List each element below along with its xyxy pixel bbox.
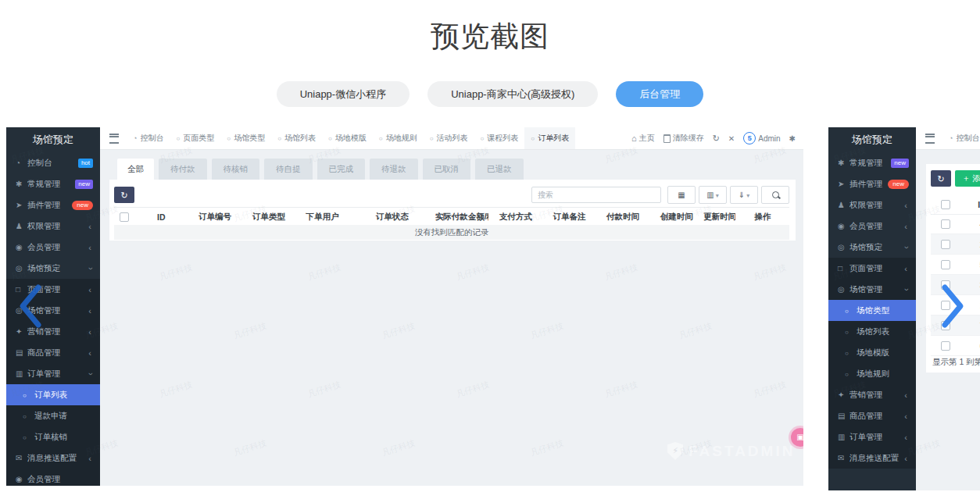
sidebar-item[interactable]: 常规管理 new: [6, 173, 100, 194]
export-button[interactable]: [730, 186, 758, 204]
preview-switch-button[interactable]: Uniapp-微信小程序: [277, 81, 410, 107]
sidebar-item[interactable]: 消息推送配置: [828, 447, 916, 469]
row-checkbox[interactable]: [941, 260, 950, 269]
topnav-tab[interactable]: 场地规则: [373, 127, 424, 149]
row-checkbox[interactable]: [941, 219, 950, 229]
sidebar-item[interactable]: 权限管理: [6, 216, 100, 237]
column-header[interactable]: 更新时间: [703, 212, 735, 223]
status-tab[interactable]: 待付款: [159, 159, 207, 180]
refresh-button[interactable]: [931, 170, 951, 187]
sidebar-item[interactable]: 插件管理 new: [828, 173, 916, 194]
topnav-tab[interactable]: 控制台: [942, 127, 980, 149]
status-tab[interactable]: 已取消: [423, 159, 471, 180]
page-title: 预览截图: [0, 17, 980, 56]
hamburger-icon[interactable]: [109, 134, 119, 144]
member-icon: [838, 222, 849, 230]
sidebar-item[interactable]: 订单核销: [6, 426, 100, 447]
topnav-tab[interactable]: 活动列表: [424, 127, 474, 149]
sidebar-item[interactable]: 场馆类型: [828, 300, 916, 321]
sidebar-item[interactable]: 订单管理: [828, 426, 916, 447]
status-tab[interactable]: 待核销: [212, 159, 260, 180]
sidebar-item[interactable]: 订单管理: [6, 363, 100, 384]
sidebar-item[interactable]: 订单列表: [6, 384, 100, 405]
columns-button[interactable]: [699, 186, 727, 204]
sidebar-item[interactable]: 会员管理: [6, 469, 100, 486]
sidebar-item[interactable]: 页面管理: [828, 258, 916, 279]
sidebar-item-label: 订单管理: [27, 369, 87, 380]
shield-logo-icon: ⚡: [667, 442, 683, 460]
sidebar-item[interactable]: 场馆预定: [828, 237, 916, 258]
column-header[interactable]: 支付方式: [488, 212, 542, 223]
status-tab[interactable]: 待自提: [264, 159, 313, 180]
row-checkbox[interactable]: [941, 341, 950, 351]
sidebar-item[interactable]: 场馆管理: [828, 279, 916, 300]
clear-cache-link[interactable]: 清除缓存: [663, 133, 704, 144]
preview-page: { "header": { "title": "预览截图" }, "nav_bu…: [0, 0, 980, 492]
search-button[interactable]: [761, 186, 789, 204]
column-header[interactable]: 订单状态: [349, 212, 435, 223]
sidebar-item[interactable]: 会员管理: [6, 237, 100, 258]
hamburger-icon[interactable]: [925, 134, 935, 144]
circle-icon: [23, 412, 34, 420]
topnav-tab[interactable]: 控制台: [127, 127, 170, 149]
sidebar-item[interactable]: 消息推送配置: [6, 447, 100, 469]
home-link[interactable]: 主页: [631, 133, 655, 144]
topnav-tab[interactable]: 场馆列表: [271, 127, 322, 149]
sidebar-item[interactable]: 控制台 hot: [6, 152, 100, 173]
gear-icon[interactable]: [789, 134, 796, 143]
select-all-checkbox[interactable]: [120, 212, 129, 222]
status-tab[interactable]: 全部: [117, 159, 154, 180]
column-header[interactable]: 创建时间: [649, 212, 703, 223]
column-header[interactable]: 订单备注: [542, 212, 596, 223]
order-icon: [16, 369, 27, 378]
carousel-next-arrow-icon[interactable]: [939, 283, 967, 332]
sidebar-item[interactable]: 退款申请: [6, 405, 100, 426]
topnav-tab[interactable]: 课程列表: [474, 127, 525, 149]
topnav-tab[interactable]: 页面类型: [170, 127, 220, 149]
column-header[interactable]: 订单编号: [188, 212, 242, 223]
plugin-icon: [16, 201, 27, 209]
topnav-tab[interactable]: 场馆类型: [220, 127, 271, 149]
message-icon: [16, 454, 27, 462]
search-input[interactable]: [531, 187, 661, 203]
column-header[interactable]: 订单类型: [241, 212, 295, 223]
chevron-icon: [903, 222, 909, 231]
sidebar: 场馆预定 常规管理 new 插件管理 new: [828, 127, 916, 490]
preview-switch-button[interactable]: 后台管理: [616, 81, 703, 107]
status-tab[interactable]: 已退款: [475, 159, 524, 180]
preview-switch-button[interactable]: Uniapp-商家中心(高级授权): [427, 81, 598, 107]
column-header[interactable]: 实际付款金额/积分: [435, 212, 489, 223]
column-header[interactable]: ID: [960, 200, 980, 209]
sidebar-item[interactable]: 商品管理: [828, 405, 916, 426]
user-menu[interactable]: 5 Admin: [743, 132, 780, 144]
topnav-tab[interactable]: 订单列表: [524, 127, 575, 149]
topnav-tab[interactable]: 场地模版: [322, 127, 373, 149]
sidebar-item[interactable]: 场馆列表: [828, 321, 916, 342]
sidebar-item[interactable]: 场馆预定: [6, 258, 100, 279]
sidebar-item[interactable]: 插件管理 new: [6, 194, 100, 216]
column-header[interactable]: 下单用户: [295, 212, 349, 223]
column-header[interactable]: ID: [134, 212, 188, 222]
sidebar-item[interactable]: 营销管理: [828, 384, 916, 405]
column-header[interactable]: 付款时间: [596, 212, 650, 223]
permission-icon: [16, 222, 27, 230]
sidebar-item[interactable]: 常规管理 new: [828, 152, 916, 173]
dashboard-icon: [133, 135, 137, 142]
column-header[interactable]: 操作: [735, 212, 789, 223]
add-button[interactable]: ＋ 添加: [955, 170, 980, 187]
carousel-prev-arrow-icon[interactable]: [16, 283, 45, 332]
sidebar-item[interactable]: 权限管理: [828, 194, 916, 216]
refresh-button[interactable]: [114, 187, 134, 203]
sidebar-item[interactable]: 会员管理: [828, 216, 916, 237]
row-checkbox[interactable]: [941, 240, 950, 249]
toggle-view-button[interactable]: [667, 186, 696, 204]
sidebar-item[interactable]: 场地规则: [828, 363, 916, 384]
gears-icon: [838, 159, 849, 167]
sidebar-item[interactable]: 场地模版: [828, 342, 916, 363]
status-tab[interactable]: 已完成: [317, 159, 366, 180]
sidebar-item[interactable]: 商品管理: [6, 342, 100, 363]
status-tab[interactable]: 待退款: [370, 159, 418, 180]
fullscreen-icon[interactable]: [728, 134, 735, 143]
refresh-page-icon[interactable]: [713, 134, 720, 144]
select-all-checkbox[interactable]: [941, 200, 950, 209]
